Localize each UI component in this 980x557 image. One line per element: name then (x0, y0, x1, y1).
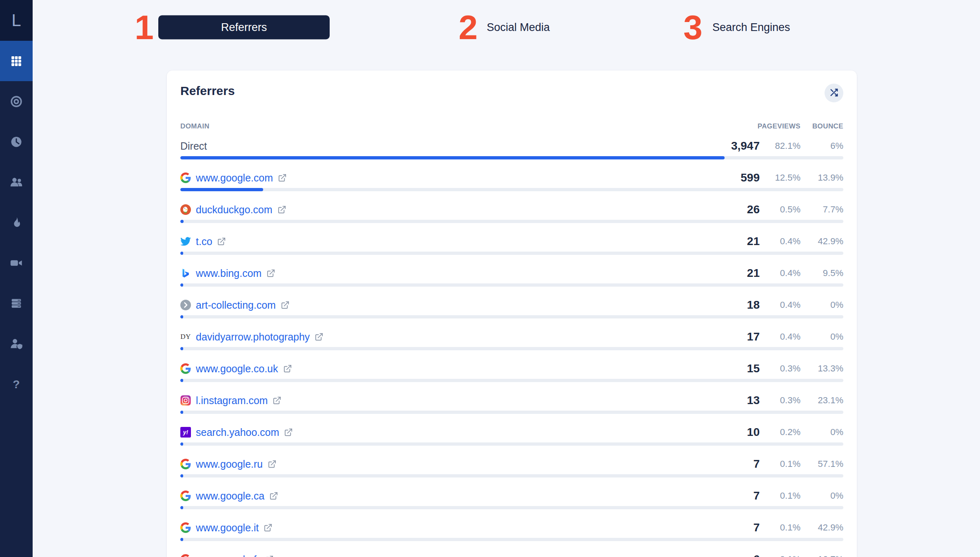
grid-icon (9, 54, 23, 68)
domain-link[interactable]: davidyarrow.photography (196, 331, 310, 343)
external-link-icon[interactable] (284, 428, 293, 437)
bounce-rate: 13.3% (800, 363, 843, 374)
pageviews-count: 10 (690, 426, 760, 439)
target-icon (9, 95, 23, 108)
pageviews-count: 6 (690, 553, 760, 557)
dy-text-favicon: DY (180, 332, 191, 342)
svg-text:?: ? (13, 377, 20, 390)
google-favicon (180, 172, 191, 183)
domain-link[interactable]: t.co (196, 236, 212, 248)
domain-link[interactable]: www.google.fr (196, 554, 260, 557)
pageviews-percent: 12.5% (760, 172, 800, 183)
tab-search-engines[interactable]: Search Engines (712, 21, 790, 34)
bing-favicon (180, 268, 191, 278)
sidebar: L ? (0, 0, 33, 557)
pageviews-bar-fill (180, 220, 184, 223)
card-title: Referrers (180, 83, 843, 98)
sidebar-item-user-shield[interactable] (0, 323, 33, 364)
bounce-rate: 23.1% (800, 395, 843, 406)
sidebar-item-users[interactable] (0, 162, 33, 202)
external-link-icon[interactable] (217, 237, 226, 246)
pageviews-count: 7 (690, 489, 760, 502)
pageviews-count: 7 (690, 458, 760, 471)
domain-link[interactable]: www.bing.com (196, 267, 262, 279)
pageviews-count: 3,947 (690, 139, 760, 153)
pageviews-bar-fill (180, 156, 725, 159)
pageviews-percent: 0.1% (760, 522, 800, 533)
sidebar-item-flame[interactable] (0, 202, 33, 243)
sidebar-item-target[interactable] (0, 81, 33, 122)
external-link-icon[interactable] (277, 173, 287, 183)
column-header-bounce: BOUNCE (800, 122, 843, 130)
annotation-1: 1 (135, 10, 154, 44)
pageviews-count: 18 (690, 298, 760, 312)
external-link-icon[interactable] (269, 491, 278, 501)
external-link-icon[interactable] (283, 364, 292, 374)
external-link-icon[interactable] (266, 269, 275, 278)
domain-link[interactable]: l.instagram.com (196, 395, 268, 407)
table-row: www.google.co.uk 15 0.3% 13.3% (180, 358, 843, 390)
table-row: duckduckgo.com 26 0.5% 7.7% (180, 199, 843, 231)
domain-link[interactable]: search.yahoo.com (196, 427, 279, 438)
pageviews-percent: 0.4% (760, 300, 800, 310)
sidebar-item-clock[interactable] (0, 122, 33, 162)
domain-link[interactable]: duckduckgo.com (196, 204, 273, 216)
video-camera-icon (9, 256, 23, 270)
sidebar-item-server-stack[interactable] (0, 283, 33, 323)
pageviews-bar-fill (180, 188, 263, 191)
external-link-icon[interactable] (277, 205, 286, 214)
pageviews-bar-track (180, 156, 843, 159)
table-header: DOMAIN PAGEVIEWS BOUNCE (180, 122, 843, 130)
bounce-rate: 42.9% (800, 236, 843, 247)
column-header-pageviews: PAGEVIEWS (690, 122, 800, 130)
bounce-rate: 16.7% (800, 554, 843, 557)
pageviews-bar-track (180, 506, 843, 509)
pageviews-bar-fill (180, 411, 183, 414)
domain-link[interactable]: www.google.co.uk (196, 363, 278, 375)
external-link-icon[interactable] (280, 301, 290, 310)
external-link-icon[interactable] (264, 555, 274, 557)
pageviews-percent: 0.1% (760, 459, 800, 469)
table-row: www.google.ca 7 0.1% 0% (180, 486, 843, 517)
domain-link[interactable]: www.google.ru (196, 458, 263, 470)
annotation-2: 2 (459, 10, 478, 44)
external-link-icon[interactable] (267, 460, 277, 469)
sidebar-item-grid[interactable] (0, 41, 33, 81)
pageviews-percent: 0.5% (760, 204, 800, 215)
tab-referrers[interactable]: Referrers (158, 15, 330, 40)
domain-link[interactable]: art-collecting.com (196, 299, 276, 311)
domain-link[interactable]: www.google.com (196, 172, 273, 184)
pageviews-bar-fill (180, 379, 183, 382)
domain-link[interactable]: www.google.it (196, 522, 259, 534)
pageviews-percent: 0.1% (760, 554, 800, 557)
pageviews-bar-track (180, 252, 843, 255)
external-link-icon[interactable] (263, 523, 273, 533)
pageviews-count: 21 (690, 267, 760, 280)
tab-social-media[interactable]: Social Media (487, 21, 550, 34)
google-favicon (180, 491, 191, 501)
shuffle-button[interactable] (825, 84, 843, 102)
pageviews-bar-fill (180, 538, 183, 541)
shuffle-icon (829, 88, 838, 98)
bounce-rate: 57.1% (800, 459, 843, 469)
pageviews-bar-track (180, 442, 843, 446)
pageviews-bar-track (180, 347, 843, 350)
sidebar-item-video-camera[interactable] (0, 243, 33, 283)
external-link-icon[interactable] (314, 332, 324, 342)
pageviews-count: 26 (690, 203, 760, 216)
referrers-table: Direct 3,947 82.1% 6% www.google.com (180, 136, 843, 557)
domain-link[interactable]: www.google.ca (196, 490, 264, 502)
domain-link[interactable]: Direct (180, 140, 207, 152)
column-header-domain: DOMAIN (180, 122, 690, 130)
bounce-rate: 13.9% (800, 172, 843, 183)
google-favicon (180, 554, 191, 557)
app-logo[interactable]: L (0, 0, 33, 41)
pageviews-bar-track (180, 188, 843, 191)
referrers-card: Referrers DOMAIN PAGEVIEWS BOUNCE Direct (167, 71, 857, 557)
pageviews-count: 21 (690, 235, 760, 248)
pageviews-count: 17 (690, 330, 760, 343)
table-row: DY davidyarrow.photography 17 0.4% 0% (180, 327, 843, 358)
external-link-icon[interactable] (272, 396, 282, 405)
bounce-rate: 0% (800, 491, 843, 501)
sidebar-item-question[interactable]: ? (0, 364, 33, 404)
